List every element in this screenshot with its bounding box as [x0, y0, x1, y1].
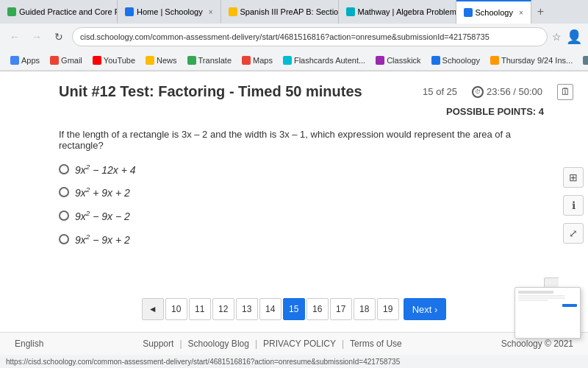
tab-close[interactable]: ×: [206, 8, 213, 16]
tab-bar: Guided Practice and Core Pra... × Home |…: [0, 0, 588, 24]
bookmark-icon: [583, 56, 588, 65]
bookmark-label: Translate: [198, 56, 232, 65]
thumb-content: [515, 288, 580, 310]
bookmark-icon: [490, 56, 499, 65]
pagination-page-15[interactable]: 15: [283, 298, 305, 320]
test-title: Unit #12 Test: Factoring - Timed 50 minu…: [59, 83, 362, 100]
bookmark-translate[interactable]: Translate: [183, 54, 236, 66]
tab-favicon: [229, 7, 237, 16]
bookmark-label: Apps: [21, 56, 40, 65]
footer-terms[interactable]: Terms of Use: [350, 339, 402, 349]
bookmark-icon: [187, 56, 196, 65]
new-tab-button[interactable]: +: [531, 0, 550, 24]
bookmark-youtube[interactable]: YouTube: [88, 54, 140, 66]
question-area: If the length of a rectangle is 3x – 2 a…: [0, 123, 588, 286]
pagination-page-10[interactable]: 10: [165, 298, 187, 320]
radio-option-b[interactable]: [59, 187, 69, 197]
tab-favicon: [7, 7, 16, 16]
pagination-page-16[interactable]: 16: [306, 298, 329, 320]
pagination-page-12[interactable]: 12: [212, 298, 234, 320]
radio-option-a[interactable]: [59, 164, 69, 174]
tab-mathway[interactable]: Mathway | Algebra Problem S... ×: [339, 0, 456, 24]
timer-icon: ⏱: [472, 86, 484, 98]
bookmark-classkick[interactable]: Classkick: [371, 54, 425, 66]
possible-points: POSSIBLE POINTS: 4: [0, 106, 588, 123]
pagination-page-18[interactable]: 18: [354, 298, 376, 320]
bookmark-newtab[interactable]: New Tab: [578, 54, 588, 66]
thumb-title-bar: [518, 291, 553, 294]
info-side-button[interactable]: ℹ: [563, 195, 584, 216]
bookmark-schoology[interactable]: Schoology: [427, 54, 484, 66]
url-input[interactable]: [72, 27, 548, 46]
bookmark-icon: [242, 56, 251, 65]
radio-option-d[interactable]: [59, 234, 69, 244]
pagination-page-14[interactable]: 14: [259, 298, 282, 320]
tab-label: Mathway | Algebra Problem S...: [358, 7, 456, 16]
answer-option-a: 9x2 − 12x + 4: [59, 163, 529, 176]
bookmark-icon: [283, 56, 292, 65]
answer-option-c: 9x2 − 9x − 2: [59, 209, 529, 222]
calculator-side-button[interactable]: ⊞: [563, 167, 584, 188]
bookmark-thursday[interactable]: Thursday 9/24 Ins...: [486, 54, 577, 66]
browser-chrome: Guided Practice and Core Pra... × Home |…: [0, 0, 588, 71]
thumb-next-btn: [562, 304, 577, 307]
pagination-page-19[interactable]: 19: [377, 298, 399, 320]
forward-button[interactable]: →: [28, 28, 46, 46]
status-bar: https://cisd.schoology.com/common-assess…: [0, 355, 588, 368]
tab-label: Schoology: [476, 8, 513, 17]
radio-option-c[interactable]: [59, 210, 69, 221]
tab-guided-practice[interactable]: Guided Practice and Core Pra... ×: [0, 0, 118, 24]
thumb-line-2: [518, 297, 565, 299]
footer-links: Support | Schoology Blog | PRIVACY POLIC…: [143, 339, 401, 349]
tab-favicon: [125, 7, 134, 16]
thumb-line-3: [518, 300, 548, 301]
pagination-page-17[interactable]: 17: [330, 298, 352, 320]
tab-close[interactable]: ×: [516, 9, 523, 17]
bookmark-label: Classkick: [387, 56, 420, 65]
back-button[interactable]: ←: [6, 28, 24, 46]
option-text-c: 9x2 − 9x − 2: [75, 209, 130, 222]
reload-button[interactable]: ↻: [50, 28, 68, 46]
pagination-page-13[interactable]: 13: [236, 298, 258, 320]
side-panel: ⊞ ℹ ⤢: [559, 160, 588, 251]
footer-copyright: Schoology © 2021: [501, 339, 573, 349]
question-count: 15 of 25: [423, 86, 457, 97]
footer-privacy[interactable]: PRIVACY POLICY: [263, 339, 336, 349]
address-bar: ← → ↻ ☆ 👤: [0, 24, 588, 50]
next-button-label: Next ›: [412, 304, 438, 315]
tab-home-schoology[interactable]: Home | Schoology ×: [118, 0, 221, 24]
bookmark-gmail[interactable]: Gmail: [46, 54, 87, 66]
bookmark-icon: [376, 56, 384, 65]
footer-blog[interactable]: Schoology Blog: [188, 339, 249, 349]
timer-value: 23:56 / 50:00: [487, 86, 542, 97]
option-text-d: 9x2 − 9x + 2: [75, 233, 130, 246]
tab-favicon: [346, 7, 355, 16]
thumb-line-1: [518, 295, 565, 297]
footer-support[interactable]: Support: [143, 339, 173, 349]
tab-favicon: [464, 8, 473, 17]
profile-icon[interactable]: 👤: [566, 29, 582, 45]
timer-display: ⏱ 23:56 / 50:00: [472, 86, 542, 98]
next-button[interactable]: Next ›: [404, 298, 447, 320]
fullscreen-side-button[interactable]: ⤢: [563, 223, 584, 244]
question-text: If the length of a rectangle is 3x – 2 a…: [59, 129, 529, 151]
bookmark-flashcards[interactable]: Flashcards Autent...: [279, 54, 370, 66]
bookmark-apps[interactable]: Apps: [6, 54, 44, 66]
bookmark-star-icon[interactable]: ☆: [552, 31, 562, 43]
test-meta: 15 of 25 ⏱ 23:56 / 50:00 🗓: [423, 84, 573, 100]
bookmark-maps[interactable]: Maps: [237, 54, 277, 66]
footer-language: English: [15, 339, 43, 349]
pagination-prev-arrow[interactable]: ◄: [142, 298, 164, 320]
bookmark-label: News: [157, 56, 177, 65]
main-wrapper: Unit #12 Test: Factoring - Timed 50 minu…: [0, 71, 588, 368]
calculator-icon[interactable]: 🗓: [557, 84, 573, 100]
tab-schoology-active[interactable]: Schoology ×: [456, 0, 531, 24]
bookmark-icon: [10, 56, 19, 65]
tab-spanish[interactable]: Spanish III PreAP B: Section 9... ×: [221, 0, 339, 24]
test-header: Unit #12 Test: Factoring - Timed 50 minu…: [0, 71, 588, 106]
bookmark-label: Gmail: [61, 56, 82, 65]
option-text-a: 9x2 − 12x + 4: [75, 163, 136, 176]
bookmark-icon: [93, 56, 101, 65]
pagination-page-11[interactable]: 11: [189, 298, 211, 320]
bookmark-news[interactable]: News: [141, 54, 182, 66]
